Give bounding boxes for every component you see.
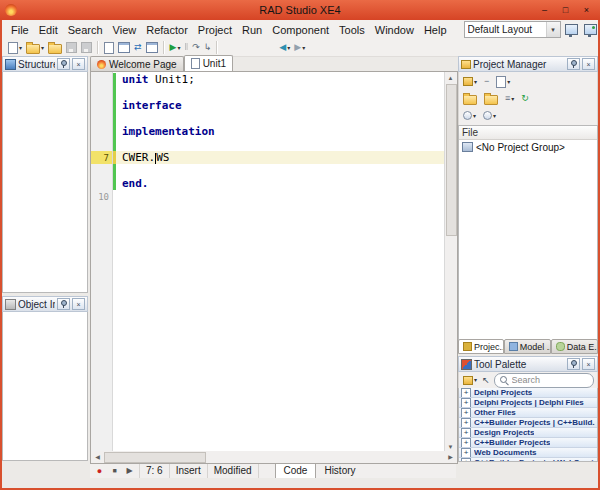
macro-play-button[interactable]: ▶ [123, 464, 136, 477]
title-bar[interactable]: RAD Studio XE4 – □ × [0, 0, 600, 20]
palette-category[interactable]: +Design Projects [459, 428, 597, 438]
save-all-button[interactable] [79, 40, 94, 56]
browse-forward-button[interactable]: ▶▾ [292, 40, 307, 56]
pin-button[interactable] [57, 298, 70, 310]
run-button[interactable]: ▶▾ [168, 40, 183, 56]
new-items-button[interactable]: ▾ [6, 40, 24, 56]
palette-category[interactable]: +C++Builder Projects | C++Build... [459, 418, 597, 428]
code-tab[interactable]: Code [275, 463, 317, 478]
structure-panel-body[interactable] [2, 72, 88, 293]
close-panel-button[interactable]: × [72, 58, 85, 70]
desktop-layout-combo[interactable]: Default Layout ▾ [464, 21, 561, 38]
tp-pointer-button[interactable]: ↖ [481, 373, 491, 387]
menu-item-run[interactable]: Run [237, 22, 267, 38]
set-debug-desktop-button[interactable] [582, 22, 598, 38]
object-inspector-header[interactable]: Object In... × [2, 296, 88, 312]
palette-category[interactable]: +Delphi Projects [459, 388, 597, 398]
save-button[interactable] [64, 40, 79, 56]
hscroll-thumb[interactable] [104, 452, 206, 463]
menu-item-file[interactable]: File [6, 22, 34, 38]
menu-item-component[interactable]: Component [267, 22, 334, 38]
project-manager-header[interactable]: Project Manager × [458, 56, 598, 72]
project-tree[interactable]: File <No Project Group> [458, 125, 598, 341]
menu-item-window[interactable]: Window [370, 22, 419, 38]
tp-categories-button[interactable]: ▾ [462, 373, 478, 387]
pm-add-button[interactable]: ▾ [494, 74, 512, 89]
expand-plus-icon[interactable]: + [461, 388, 471, 398]
toggle-form-unit-button[interactable]: ⇄ [132, 40, 144, 56]
pin-button[interactable] [567, 358, 580, 370]
tab-welcome-page[interactable]: Welcome Page [90, 56, 184, 71]
pm-platform-button[interactable]: ▾ [481, 108, 498, 123]
editor-hscrollbar[interactable]: ◀ ▶ [90, 451, 458, 464]
chevron-down-icon[interactable]: ▾ [546, 22, 560, 37]
close-panel-button[interactable]: × [582, 58, 595, 70]
close-panel-button[interactable]: × [582, 358, 595, 370]
view-units-button[interactable] [102, 40, 116, 56]
save-desktop-button[interactable] [564, 22, 580, 38]
menu-item-help[interactable]: Help [419, 22, 452, 38]
tab-data-explorer[interactable]: Data E... [551, 339, 598, 354]
palette-category[interactable]: +Web Documents [459, 448, 597, 458]
step-over-button[interactable]: ↷ [190, 40, 202, 56]
menu-item-view[interactable]: View [108, 22, 142, 38]
menu-item-refactor[interactable]: Refactor [141, 22, 193, 38]
expand-plus-icon[interactable]: + [461, 448, 471, 458]
menu-item-tools[interactable]: Tools [334, 22, 370, 38]
new-form-button[interactable] [144, 40, 160, 56]
expand-plus-icon[interactable]: + [461, 408, 471, 418]
code-editor[interactable]: 7 10 unit Unit1; interface implementatio… [90, 71, 458, 453]
tab-model-view[interactable]: Model ... [504, 339, 551, 354]
palette-category[interactable]: +C++Builder Projects | WebServi... [459, 458, 597, 462]
open-project-button[interactable] [46, 40, 64, 56]
palette-search-input[interactable] [512, 375, 588, 385]
pm-remove-button[interactable]: − [482, 74, 491, 89]
expand-plus-icon[interactable]: + [461, 438, 471, 448]
scroll-up-button[interactable]: ▲ [445, 72, 456, 83]
menu-item-edit[interactable]: Edit [34, 22, 63, 38]
pm-sync-button[interactable]: ↻ [519, 91, 531, 106]
scroll-left-button[interactable]: ◀ [92, 451, 103, 462]
structure-panel-header[interactable]: Structure × [2, 56, 88, 72]
pin-icon [570, 360, 577, 368]
macro-stop-button[interactable]: ■ [108, 464, 121, 477]
pause-button[interactable]: ‖ [183, 40, 191, 56]
open-file-button[interactable]: ▾ [24, 40, 46, 56]
tab-project-manager[interactable]: Projec... [458, 339, 504, 354]
expand-plus-icon[interactable]: + [461, 418, 471, 428]
tool-palette-header[interactable]: Tool Palette × [458, 356, 598, 372]
palette-category[interactable]: +Other Files [459, 408, 597, 418]
view-forms-button[interactable] [116, 40, 132, 56]
expand-plus-icon[interactable]: + [461, 428, 471, 438]
pin-button[interactable] [57, 58, 70, 70]
vscroll-thumb[interactable] [446, 84, 457, 236]
no-project-group-item[interactable]: <No Project Group> [459, 140, 597, 154]
palette-category[interactable]: +Delphi Projects | Delphi Files [459, 398, 597, 408]
maximize-button[interactable]: □ [556, 2, 575, 17]
trace-into-button[interactable]: ↳ [202, 40, 214, 56]
scroll-right-button[interactable]: ▶ [445, 451, 456, 462]
editor-vscrollbar[interactable]: ▲ ▼ [444, 72, 457, 452]
code-area[interactable]: unit Unit1; interface implementation CWE… [113, 72, 444, 452]
pm-new-button[interactable]: ▾ [461, 74, 479, 89]
close-button[interactable]: × [577, 2, 596, 17]
object-inspector-body[interactable] [2, 312, 88, 461]
browse-back-button[interactable]: ◀▾ [277, 40, 292, 56]
palette-category[interactable]: +C++Builder Projects [459, 438, 597, 448]
pin-button[interactable] [567, 58, 580, 70]
expand-plus-icon[interactable]: + [461, 398, 471, 408]
expand-plus-icon[interactable]: + [461, 458, 471, 462]
menu-item-search[interactable]: Search [63, 22, 108, 38]
pm-folders-button[interactable] [482, 91, 500, 106]
minimize-button[interactable]: – [535, 2, 554, 17]
file-column-header[interactable]: File [459, 126, 597, 140]
palette-search-box[interactable] [494, 373, 594, 388]
pm-view-list-button[interactable]: ≡▾ [503, 91, 516, 106]
close-panel-button[interactable]: × [72, 298, 85, 310]
history-tab[interactable]: History [316, 463, 363, 478]
pm-build-config-button[interactable]: ▾ [461, 108, 478, 123]
tab-unit1[interactable]: Unit1 [184, 55, 233, 71]
menu-item-project[interactable]: Project [193, 22, 237, 38]
pm-activate-button[interactable] [461, 91, 479, 106]
macro-record-button[interactable]: ● [93, 464, 106, 477]
